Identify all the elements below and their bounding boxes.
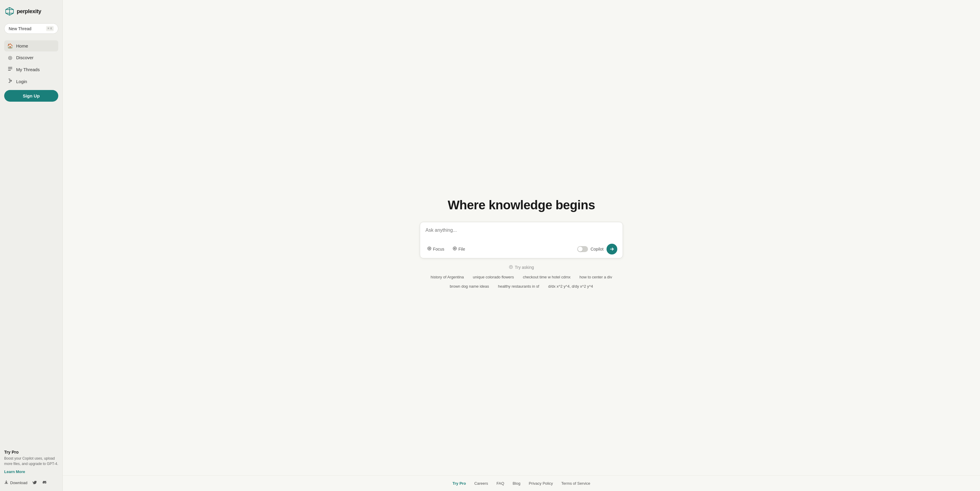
search-right-tools: Copilot — [577, 244, 617, 255]
svg-rect-10 — [8, 69, 12, 69]
footer-link-careers[interactable]: Careers — [474, 481, 488, 486]
main-content: Where knowledge begins Focus — [63, 0, 980, 475]
focus-icon — [427, 246, 431, 252]
sidebar: perplexity New Thread ⌘ K 🏠 Home ◎ Disco… — [0, 0, 63, 491]
logo-area: perplexity — [4, 5, 58, 18]
sign-up-button[interactable]: Sign Up — [4, 90, 58, 102]
svg-rect-9 — [8, 67, 12, 68]
sidebar-item-login-label: Login — [16, 79, 27, 84]
svg-point-13 — [429, 248, 430, 249]
focus-button[interactable]: Focus — [425, 245, 446, 253]
footer-link-blog[interactable]: Blog — [513, 481, 520, 486]
discover-icon: ◎ — [7, 55, 13, 61]
download-icon — [4, 480, 8, 485]
sidebar-nav: 🏠 Home ◎ Discover My Threads — [4, 40, 58, 88]
suggestion-chip[interactable]: history of Argentina — [428, 274, 466, 281]
page-title: Where knowledge begins — [447, 198, 595, 212]
svg-rect-11 — [8, 70, 11, 70]
sidebar-item-discover[interactable]: ◎ Discover — [4, 52, 58, 63]
svg-point-12 — [428, 247, 431, 250]
sidebar-item-login[interactable]: Login — [4, 76, 58, 87]
try-pro-section: Try Pro Boost your Copilot uses, upload … — [4, 450, 58, 474]
suggestion-chip[interactable]: brown dog name ideas — [447, 283, 492, 290]
sidebar-item-discover-label: Discover — [16, 55, 33, 60]
copilot-label: Copilot — [590, 247, 603, 252]
svg-line-7 — [6, 13, 10, 15]
twitter-icon[interactable] — [32, 480, 38, 486]
footer-link-privacy-policy[interactable]: Privacy Policy — [529, 481, 553, 486]
suggestion-chip[interactable]: checkout time w hotel cdmx — [520, 274, 573, 281]
suggestion-chip[interactable]: how to center a div — [577, 274, 614, 281]
logo-text: perplexity — [17, 8, 41, 14]
footer-link-try-pro[interactable]: Try Pro — [453, 481, 466, 486]
sidebar-item-home-label: Home — [16, 43, 28, 48]
footer-link-faq[interactable]: FAQ — [496, 481, 504, 486]
threads-icon — [7, 66, 13, 72]
svg-line-5 — [6, 8, 10, 10]
login-icon — [7, 78, 13, 84]
search-input[interactable] — [425, 228, 617, 238]
new-thread-label: New Thread — [9, 26, 31, 31]
main-footer: Try ProCareersFAQBlogPrivacy PolicyTerms… — [63, 475, 980, 491]
svg-line-6 — [10, 8, 13, 10]
try-asking-text: Try asking — [515, 265, 534, 270]
home-icon: 🏠 — [7, 43, 13, 49]
download-label: Download — [10, 481, 27, 485]
discord-icon[interactable] — [42, 480, 48, 486]
search-left-tools: Focus File — [425, 245, 467, 253]
download-button[interactable]: Download — [4, 480, 27, 485]
suggestion-chip[interactable]: healthy restaurants in sf — [496, 283, 542, 290]
file-button[interactable]: File — [451, 245, 467, 253]
file-label: File — [458, 247, 465, 252]
suggestion-chips: history of Argentinaunique colorado flow… — [420, 274, 623, 290]
try-asking-icon — [509, 265, 513, 270]
suggestion-chip[interactable]: unique colorado flowers — [471, 274, 516, 281]
try-pro-description: Boost your Copilot uses, upload more fil… — [4, 456, 58, 467]
try-pro-title: Try Pro — [4, 450, 58, 454]
search-box: Focus File — [420, 222, 623, 258]
sidebar-item-home[interactable]: 🏠 Home — [4, 40, 58, 51]
copilot-toggle-switch[interactable] — [577, 246, 588, 252]
sidebar-item-my-threads-label: My Threads — [16, 67, 40, 72]
new-thread-button[interactable]: New Thread ⌘ K — [4, 23, 58, 34]
focus-label: Focus — [433, 247, 444, 252]
file-icon — [453, 246, 457, 252]
toggle-knob — [578, 247, 582, 252]
sidebar-item-my-threads[interactable]: My Threads — [4, 64, 58, 75]
perplexity-logo-icon — [5, 6, 14, 16]
copilot-toggle: Copilot — [577, 246, 603, 252]
try-asking-label: Try asking — [420, 265, 623, 270]
main-content-area: Where knowledge begins Focus — [63, 0, 980, 491]
sidebar-footer: Download — [4, 480, 58, 486]
search-toolbar: Focus File — [425, 244, 617, 255]
try-asking-section: Try asking history of Argentinaunique co… — [420, 265, 623, 290]
footer-link-terms-of-service[interactable]: Terms of Service — [562, 481, 590, 486]
svg-line-8 — [10, 13, 13, 15]
keyboard-shortcut: ⌘ K — [46, 26, 54, 31]
submit-button[interactable] — [606, 244, 617, 255]
suggestion-chip[interactable]: d/dx x^2 y^4, d/dy x^2 y^4 — [546, 283, 595, 290]
learn-more-link[interactable]: Learn More — [4, 469, 25, 474]
